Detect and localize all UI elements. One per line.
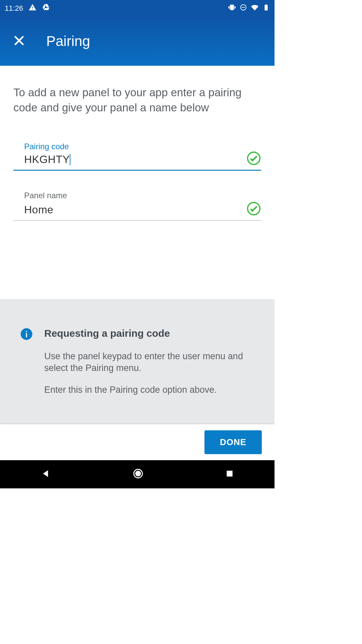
pairing-code-input-row[interactable]: HKGHTY [13,153,261,171]
panel-name-label: Panel name [24,191,261,200]
done-button[interactable]: DONE [204,430,262,454]
panel-name-input[interactable]: Home [24,202,261,220]
info-title: Requesting a pairing code [44,328,254,339]
page-title: Pairing [46,33,90,49]
home-button[interactable] [132,468,144,481]
recent-apps-button[interactable] [225,469,234,479]
vibrate-icon [228,4,236,13]
panel-name-input-row[interactable]: Home [13,202,261,221]
pairing-code-field: Pairing code HKGHTY [13,142,261,171]
svg-rect-7 [227,471,232,476]
header: Pairing [0,17,275,66]
svg-point-6 [135,471,141,477]
nav-bar [0,460,275,488]
dnd-icon [240,4,247,13]
warning-icon [28,3,37,13]
wifi-icon [251,4,258,13]
instructions-text: To add a new panel to your app enter a p… [0,66,275,122]
panel-name-field: Panel name Home [13,191,261,221]
bottom-bar: DONE [0,424,275,460]
status-time: 11:26 [5,4,23,13]
pairing-code-label: Pairing code [24,142,261,151]
drive-icon [42,3,50,13]
close-icon[interactable] [13,34,25,48]
svg-rect-4 [26,331,27,332]
info-box: Requesting a pairing code Use the panel … [0,299,275,424]
info-icon [20,328,33,396]
text-cursor [70,154,70,165]
svg-rect-3 [26,333,27,337]
valid-check-icon [246,201,261,217]
pairing-code-input[interactable]: HKGHTY [24,153,70,166]
info-paragraph: Enter this in the Pairing code option ab… [44,384,254,396]
back-button[interactable] [41,469,51,480]
battery-icon [262,4,270,13]
info-paragraph: Use the panel keypad to enter the user m… [44,351,254,374]
status-bar: 11:26 [0,0,275,17]
valid-check-icon [246,151,261,167]
